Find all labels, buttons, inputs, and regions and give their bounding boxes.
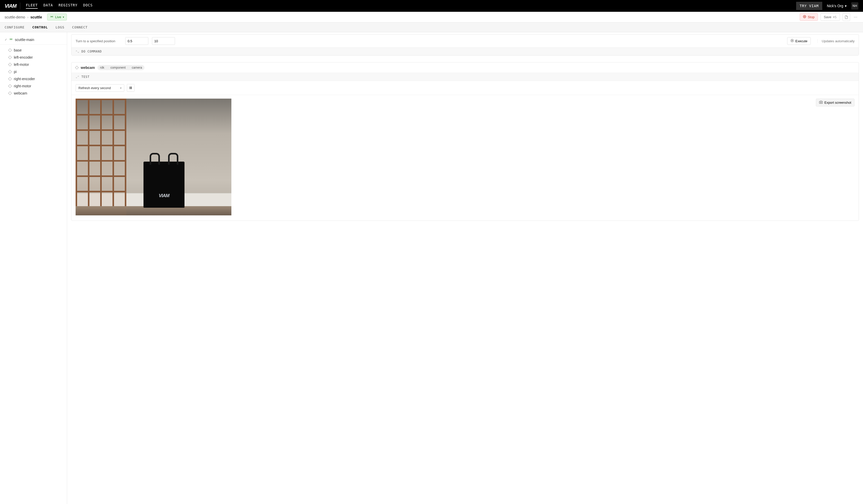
file-icon-button[interactable] xyxy=(842,13,850,21)
sidebar-item-label: right-encoder xyxy=(14,77,35,81)
component-name: webcam xyxy=(81,65,95,70)
main-content: Turn to a specified position Execute Upd… xyxy=(67,32,863,504)
component-tags: rdk component camera xyxy=(97,65,145,70)
diamond-icon xyxy=(8,77,12,81)
diamond-icon xyxy=(75,66,79,70)
chevron-down-icon: ▾ xyxy=(120,87,122,89)
broadcast-icon xyxy=(9,37,13,42)
sidebar-item-base[interactable]: base xyxy=(9,47,67,54)
sidebar-main-part[interactable]: ✓ scuttle-main xyxy=(0,35,67,45)
motor-panel-fragment: Turn to a specified position Execute Upd… xyxy=(71,34,859,55)
logo: VIAM xyxy=(4,3,16,9)
do-command-header[interactable]: ⌃⌄ DO COMMAND xyxy=(72,47,859,55)
chevron-down-icon: ▾ xyxy=(845,4,847,8)
logo-divider xyxy=(20,2,20,9)
chevron-down-icon: ▾ xyxy=(63,16,64,18)
nav-registry[interactable]: REGISTRY xyxy=(59,3,77,9)
play-circle-icon xyxy=(790,39,794,43)
sidebar-item-label: pi xyxy=(14,70,17,74)
camera-icon xyxy=(819,100,823,105)
export-label: Export screenshot xyxy=(824,101,851,104)
diamond-icon xyxy=(8,91,12,95)
test-label: TEST xyxy=(82,75,90,79)
sidebar-item-label: left-motor xyxy=(14,63,29,66)
tab-strip: CONFIGURE CONTROL LOGS CONNECT xyxy=(0,23,863,32)
sidebar-item-label: webcam xyxy=(14,91,27,95)
topbar: VIAM FLEET DATA REGISTRY DOCS TRY VIAM N… xyxy=(0,0,863,12)
execute-label: Execute xyxy=(795,39,808,43)
sidebar-item-webcam[interactable]: webcam xyxy=(9,90,67,97)
sidebar-item-label: left-encoder xyxy=(14,55,33,60)
live-label: Live xyxy=(55,15,61,19)
camera-feed-image: VIAM xyxy=(76,99,232,215)
nav-fleet[interactable]: FLEET xyxy=(26,3,38,9)
expand-collapse-icon: ⌃⌄ xyxy=(76,50,79,53)
breadcrumb-parent[interactable]: scuttle-demo xyxy=(4,15,25,19)
bag-logo: VIAM xyxy=(159,193,170,199)
sidebar-component-list: base left-encoder left-motor pi right-en… xyxy=(0,45,67,99)
svg-rect-7 xyxy=(131,87,132,89)
broadcast-icon xyxy=(50,15,53,19)
org-name: Nick's Org xyxy=(827,4,843,8)
updates-note: Updates automatically xyxy=(817,39,854,43)
nav-data[interactable]: DATA xyxy=(43,3,53,9)
try-viam-button[interactable]: TRY VIAM xyxy=(796,2,822,10)
diamond-icon xyxy=(8,84,12,88)
svg-point-3 xyxy=(11,39,11,39)
save-button[interactable]: Save ⌘S xyxy=(821,13,840,21)
breadcrumb-current: scuttle xyxy=(30,15,42,19)
more-menu-button[interactable]: ⋯ xyxy=(853,14,859,20)
tag-camera: camera xyxy=(128,65,145,70)
tab-connect[interactable]: CONNECT xyxy=(72,25,88,29)
turn-label: Turn to a specified position xyxy=(76,39,122,43)
component-header: webcam rdk component camera xyxy=(72,63,859,73)
sidebar-item-pi[interactable]: pi xyxy=(9,68,67,75)
diamond-icon xyxy=(8,48,12,52)
collapse-icon: ⌄⌃ xyxy=(76,75,79,79)
save-shortcut: ⌘S xyxy=(833,15,837,19)
test-section-header[interactable]: ⌄⌃ TEST xyxy=(72,73,859,81)
svg-point-0 xyxy=(51,16,52,17)
turn-value-1-input[interactable] xyxy=(125,37,148,45)
refresh-rate-label: Refresh every second xyxy=(78,86,111,90)
tag-rdk: rdk xyxy=(97,65,107,70)
sidebar-item-left-motor[interactable]: left-motor xyxy=(9,61,67,68)
live-status-dropdown[interactable]: Live ▾ xyxy=(47,14,67,21)
export-screenshot-button[interactable]: Export screenshot xyxy=(816,99,854,106)
turn-row: Turn to a specified position Execute Upd… xyxy=(72,35,859,47)
sidebar: ✓ scuttle-main base left-encoder left-mo… xyxy=(0,32,67,504)
pause-button[interactable] xyxy=(127,84,135,92)
sidebar-item-left-encoder[interactable]: left-encoder xyxy=(9,54,67,61)
tab-logs[interactable]: LOGS xyxy=(55,25,65,29)
svg-point-8 xyxy=(821,102,822,103)
user-avatar[interactable]: NH xyxy=(851,2,859,10)
tab-configure[interactable]: CONFIGURE xyxy=(4,25,25,29)
breadcrumb-bar: scuttle-demo › scuttle Live ▾ Stop Save … xyxy=(0,12,863,23)
svg-point-2 xyxy=(804,16,805,17)
breadcrumb-separator: › xyxy=(27,15,28,19)
turn-value-2-input[interactable] xyxy=(152,37,175,45)
diamond-icon xyxy=(8,63,12,66)
sidebar-item-label: base xyxy=(14,48,22,52)
sidebar-item-right-encoder[interactable]: right-encoder xyxy=(9,75,67,83)
tab-control[interactable]: CONTROL xyxy=(32,25,48,29)
do-command-label: DO COMMAND xyxy=(82,50,102,53)
sidebar-item-right-motor[interactable]: right-motor xyxy=(9,83,67,90)
nav-docs[interactable]: DOCS xyxy=(83,3,93,9)
camera-controls-row: Refresh every second ▾ xyxy=(72,81,859,95)
stop-label: Stop xyxy=(808,15,815,19)
tag-component: component xyxy=(107,65,128,70)
svg-marker-5 xyxy=(792,40,793,41)
execute-button[interactable]: Execute xyxy=(787,37,811,45)
webcam-panel: webcam rdk component camera ⌄⌃ TEST Refr… xyxy=(71,62,859,221)
save-label: Save xyxy=(824,15,831,19)
diamond-icon xyxy=(8,55,12,59)
record-icon xyxy=(803,15,806,19)
org-switcher[interactable]: Nick's Org ▾ xyxy=(827,4,847,8)
stop-button[interactable]: Stop xyxy=(800,13,818,21)
refresh-rate-dropdown[interactable]: Refresh every second ▾ xyxy=(76,84,124,92)
sidebar-main-label: scuttle-main xyxy=(15,38,34,42)
camera-image-area: Export screenshot VIAM xyxy=(72,95,859,220)
svg-rect-6 xyxy=(130,87,130,89)
sidebar-item-label: right-motor xyxy=(14,84,31,88)
